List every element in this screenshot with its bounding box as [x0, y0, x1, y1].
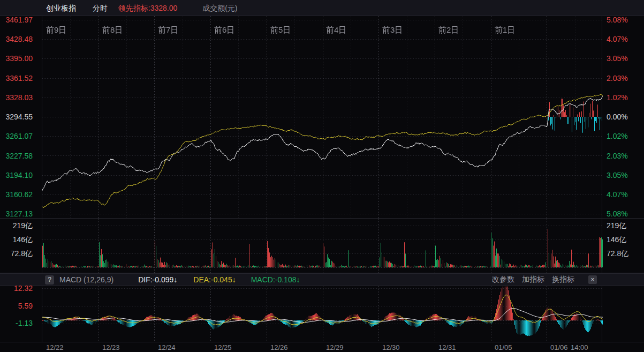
date-label: 12/24 — [158, 344, 176, 351]
date-label: 12/31 — [438, 344, 456, 351]
macd-title: MACD (12,26,9) — [59, 275, 113, 284]
price-plot[interactable]: 前9日 前8日 前7日 前6日 前5日 前4日 前3日 前2日 前1日 — [42, 16, 602, 218]
macd-tick: 5.59 — [18, 302, 33, 310]
price-panel: 3461.97 3428.48 3395.00 3361.52 3328.03 … — [0, 16, 644, 219]
price-tick: 3227.58 — [5, 152, 33, 160]
time-axis: 12/22 12/23 12/24 12/25 12/26 12/29 12/3… — [0, 342, 644, 352]
price-tick: 3160.62 — [5, 191, 33, 198]
volume-chart-canvas[interactable] — [42, 219, 603, 273]
pct-tick: 4.07% — [607, 35, 628, 43]
price-tick: 3328.03 — [5, 94, 33, 101]
volume-tick: 72.8亿 — [607, 250, 628, 257]
macd-dif-value: DIF:-0.099↓ — [138, 275, 177, 284]
pct-tick: 2.03% — [607, 74, 628, 82]
change-params-button[interactable]: 改参数 — [492, 275, 514, 284]
day-label: 前9日 — [46, 25, 66, 35]
price-tick: 3361.52 — [5, 74, 33, 82]
pct-tick: 5.08% — [607, 16, 628, 24]
date-label: 12/29 — [326, 344, 344, 351]
pct-tick: 3.05% — [607, 171, 628, 179]
date-label: 12/30 — [382, 344, 400, 351]
volume-axis-right: 219亿 146亿 72.8亿 — [604, 219, 644, 273]
time-label: 14:00 — [571, 344, 588, 351]
date-label: 12/26 — [270, 344, 288, 351]
macd-axis-left: 12.32 5.59 -1.13 — [0, 286, 37, 342]
volume-tick: 72.8亿 — [11, 250, 33, 257]
volume-tick: 146亿 — [607, 236, 626, 243]
price-tick: 3461.97 — [5, 16, 33, 24]
day-label: 前2日 — [438, 25, 459, 35]
date-label: 01/06 — [550, 344, 568, 351]
price-tick: 3428.48 — [5, 35, 33, 43]
volume-panel: 219亿 146亿 72.8亿 219亿 146亿 72.8亿 — [0, 219, 644, 273]
pct-tick: 0.00% — [607, 113, 628, 121]
help-icon[interactable]: ? — [45, 275, 54, 284]
turnover-unit-label: 成交额(元) — [202, 4, 237, 12]
date-label: 01/05 — [495, 344, 512, 351]
volume-tick: 219亿 — [13, 222, 33, 229]
volume-plot[interactable] — [42, 219, 602, 273]
day-label: 前4日 — [326, 25, 346, 35]
pct-tick: 4.07% — [607, 191, 628, 198]
add-indicator-button[interactable]: 加指标 — [522, 275, 544, 284]
price-axis-left: 3461.97 3428.48 3395.00 3361.52 3328.03 … — [0, 16, 37, 218]
date-label: 12/22 — [46, 344, 64, 351]
price-tick: 3127.13 — [5, 210, 33, 218]
macd-panel: 12.32 5.59 -1.13 — [0, 286, 644, 342]
macd-dea-value: DEA:-0.045↓ — [193, 275, 236, 284]
price-tick: 3395.00 — [5, 55, 33, 62]
price-tick: 3194.10 — [5, 171, 33, 179]
symbol-title: 创业板指 — [46, 4, 76, 12]
pct-axis-right: 5.08% 4.07% 3.05% 2.03% 1.02% 0.00% 1.02… — [604, 16, 644, 218]
day-label: 前8日 — [102, 25, 123, 35]
day-label: 前3日 — [382, 25, 403, 35]
pct-tick: 1.02% — [607, 94, 628, 101]
volume-tick: 146亿 — [13, 236, 33, 243]
leading-indicator-value: 领先指标:3328.00 — [118, 4, 178, 12]
date-label: 12/25 — [214, 344, 232, 351]
chart-topbar: 创业板指 分时 领先指标:3328.00 成交额(元) — [0, 0, 644, 16]
macd-tick: 12.32 — [14, 284, 33, 292]
macd-plot[interactable] — [42, 286, 602, 342]
close-icon[interactable]: × — [588, 275, 597, 284]
price-tick: 3294.55 — [5, 113, 33, 121]
day-label: 前5日 — [270, 25, 291, 35]
pct-tick: 3.05% — [607, 55, 628, 62]
volume-axis-left: 219亿 146亿 72.8亿 — [0, 219, 37, 273]
switch-indicator-button[interactable]: 换指标 — [552, 275, 574, 284]
price-tick: 3261.07 — [5, 132, 33, 140]
pct-tick: 1.02% — [607, 132, 628, 140]
stock-chart-app: 创业板指 分时 领先指标:3328.00 成交额(元) 3461.97 3428… — [0, 0, 644, 352]
day-label: 前7日 — [158, 25, 178, 35]
date-label: 12/23 — [102, 344, 120, 351]
price-chart-canvas[interactable] — [42, 16, 603, 219]
macd-hist-value: MACD:-0.108↓ — [251, 275, 300, 284]
macd-toolbar: ? MACD (12,26,9) DIF:-0.099↓ DEA:-0.045↓… — [0, 273, 644, 286]
pct-tick: 2.03% — [607, 152, 628, 160]
macd-chart-canvas[interactable] — [42, 286, 603, 342]
day-label: 前1日 — [495, 25, 515, 35]
tab-minute-chart[interactable]: 分时 — [93, 4, 108, 12]
pct-tick: 5.08% — [607, 210, 628, 218]
volume-tick: 219亿 — [607, 222, 626, 229]
macd-tick: -1.13 — [16, 319, 33, 327]
day-label: 前6日 — [214, 25, 234, 35]
